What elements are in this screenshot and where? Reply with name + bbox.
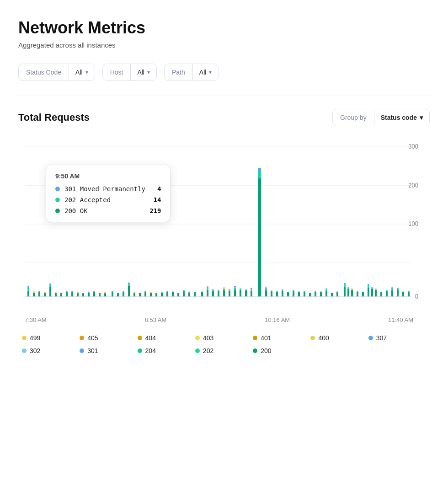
svg-rect-103 [293, 291, 294, 297]
svg-rect-90 [258, 178, 261, 297]
legend-item-403: 403 [195, 334, 253, 342]
group-by-value: Status code [381, 114, 417, 121]
legend-item-405: 405 [80, 334, 137, 342]
svg-rect-122 [344, 283, 346, 285]
svg-rect-72 [212, 289, 214, 291]
path-dropdown[interactable]: All ▾ [193, 64, 219, 80]
legend-dot-404 [138, 336, 142, 340]
svg-rect-140 [391, 290, 393, 297]
tooltip-label-301: 301 Moved Permanently [64, 185, 145, 193]
svg-rect-107 [304, 292, 305, 297]
x-axis: 7:30 AM 8:53 AM 10:16 AM 11:40 AM [18, 316, 430, 323]
legend-item-400: 400 [310, 334, 368, 342]
svg-rect-144 [397, 288, 399, 289]
host-filter[interactable]: Host All ▾ [102, 64, 157, 81]
status-code-label: Status Code [19, 64, 69, 80]
legend-dot-204 [138, 348, 142, 353]
path-filter[interactable]: Path All ▾ [164, 64, 219, 81]
svg-rect-20 [49, 284, 51, 285]
svg-rect-115 [325, 290, 327, 291]
svg-rect-141 [391, 289, 393, 290]
x-label-1: 7:30 AM [25, 316, 47, 323]
host-value: All [137, 69, 144, 76]
svg-rect-31 [88, 293, 90, 296]
svg-rect-57 [166, 291, 168, 292]
svg-rect-139 [386, 290, 388, 291]
svg-rect-106 [298, 291, 300, 292]
svg-rect-47 [133, 292, 135, 293]
status-code-filter[interactable]: Status Code All ▾ [18, 64, 95, 81]
svg-rect-18 [49, 287, 51, 296]
legend-dot-307 [368, 336, 373, 340]
group-by-control[interactable]: Group by Status code ▾ [332, 109, 430, 126]
legend-label-307: 307 [376, 334, 387, 342]
svg-rect-50 [144, 291, 146, 292]
legend-dot-403 [195, 336, 200, 340]
svg-rect-109 [309, 293, 311, 296]
svg-text:200: 200 [408, 182, 418, 188]
tooltip-label-202: 202 Accepted [64, 196, 142, 204]
svg-rect-51 [150, 293, 152, 296]
legend-item-404: 404 [138, 334, 195, 342]
legend-item-307: 307 [368, 334, 426, 342]
svg-rect-138 [386, 291, 388, 297]
tooltip-row-202: 202 Accepted 14 [55, 196, 161, 204]
svg-rect-12 [33, 293, 35, 296]
legend-item-302: 302 [22, 347, 80, 354]
svg-rect-70 [207, 286, 208, 288]
filters-bar: Status Code All ▾ Host All ▾ Path All ▾ [18, 64, 430, 81]
svg-rect-84 [240, 288, 241, 289]
svg-rect-65 [194, 292, 196, 297]
svg-rect-13 [33, 291, 35, 293]
group-by-dropdown[interactable]: Status code ▾ [374, 109, 429, 126]
tooltip-dot-200 [55, 209, 60, 213]
host-dropdown[interactable]: All ▾ [131, 64, 156, 80]
svg-rect-37 [104, 292, 106, 293]
legend-item-301: 301 [80, 347, 137, 354]
group-by-chevron-icon: ▾ [420, 114, 423, 121]
svg-rect-39 [112, 291, 113, 292]
svg-rect-67 [201, 291, 203, 292]
svg-rect-83 [240, 290, 241, 297]
legend-dot-400 [310, 336, 315, 340]
svg-rect-19 [49, 285, 51, 287]
svg-rect-42 [123, 291, 124, 292]
svg-rect-40 [117, 293, 119, 296]
svg-rect-58 [172, 292, 174, 297]
svg-rect-98 [276, 292, 278, 297]
svg-rect-55 [161, 292, 163, 293]
legend-dot-301 [80, 348, 84, 353]
svg-rect-105 [298, 292, 300, 297]
svg-rect-108 [304, 291, 305, 292]
svg-rect-68 [207, 290, 208, 297]
svg-rect-121 [344, 285, 346, 287]
svg-rect-49 [144, 292, 146, 297]
host-chevron-icon: ▾ [147, 69, 150, 75]
svg-rect-77 [223, 287, 225, 289]
svg-text:0: 0 [415, 293, 418, 300]
svg-rect-124 [347, 287, 349, 289]
svg-rect-96 [271, 291, 272, 297]
svg-rect-80 [234, 289, 236, 297]
section-title: Total Requests [18, 112, 90, 123]
svg-rect-14 [38, 292, 40, 297]
svg-rect-145 [402, 292, 404, 297]
legend-dot-405 [80, 336, 84, 340]
status-code-dropdown[interactable]: All ▾ [69, 64, 95, 80]
legend-item-401: 401 [253, 334, 310, 342]
path-value: All [199, 69, 207, 76]
page-subtitle: Aggregated across all instances [18, 41, 430, 49]
tooltip-dot-301 [55, 187, 60, 191]
svg-rect-92 [258, 168, 261, 171]
svg-rect-74 [218, 290, 219, 291]
svg-text:100: 100 [408, 220, 418, 227]
svg-rect-10 [27, 288, 29, 290]
svg-rect-87 [251, 291, 252, 297]
svg-rect-9 [27, 291, 29, 297]
svg-rect-147 [408, 292, 410, 297]
svg-rect-43 [128, 286, 130, 296]
svg-rect-28 [77, 293, 79, 296]
chart-legend: 499 405 404 403 401 400 307 302 301 204 … [18, 334, 430, 354]
svg-rect-66 [201, 292, 203, 297]
svg-rect-45 [128, 283, 130, 284]
